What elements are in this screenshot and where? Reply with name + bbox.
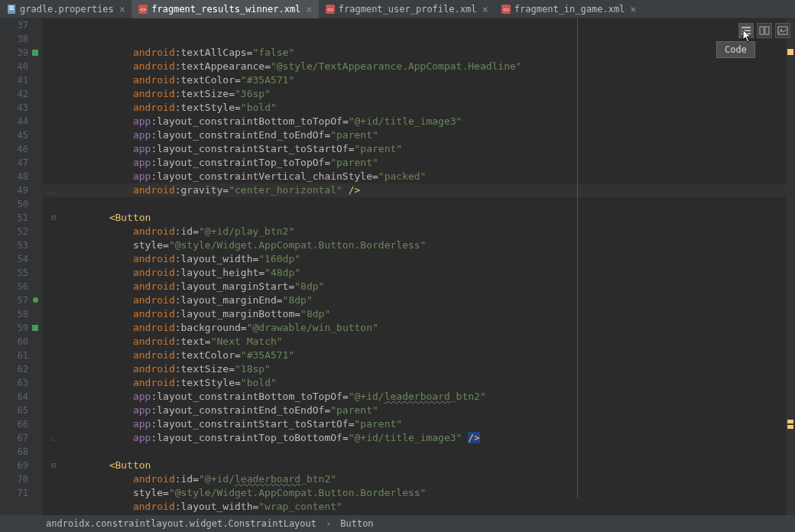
- line-number[interactable]: 44: [0, 115, 28, 128]
- line-number[interactable]: 56: [0, 280, 28, 294]
- design-view-button[interactable]: [775, 23, 790, 38]
- fold-open-icon[interactable]: ⊟: [51, 211, 56, 225]
- code-line[interactable]: app:layout_constraintEnd_toEndOf="parent…: [61, 404, 795, 417]
- code-line[interactable]: android:text="Next Match": [61, 335, 795, 349]
- gutter-marker[interactable]: [32, 50, 38, 56]
- line-number[interactable]: 51: [0, 211, 28, 225]
- xml-file-icon: <>: [501, 4, 511, 15]
- svg-rect-1: [9, 6, 14, 7]
- code-line[interactable]: android:id="@+id/play_btn2": [61, 225, 795, 238]
- code-line[interactable]: app:layout_constraintStart_toStartOf="pa…: [61, 142, 795, 156]
- line-number[interactable]: 60: [0, 335, 28, 349]
- editor-tab[interactable]: gradle.properties×: [0, 0, 131, 18]
- gutter-marker[interactable]: [33, 297, 38, 303]
- line-number[interactable]: 38: [0, 32, 28, 46]
- editor-tabs: gradle.properties×<>fragment_results_win…: [0, 0, 795, 18]
- code-line[interactable]: android:id="@+id/leaderboard_btn2": [61, 472, 795, 486]
- line-number[interactable]: 63: [0, 376, 28, 390]
- line-number[interactable]: 42: [0, 87, 28, 101]
- code-line[interactable]: android:textStyle="bold": [61, 376, 795, 390]
- cursor-icon: [742, 29, 753, 45]
- tab-label: fragment_results_winner.xml: [151, 4, 300, 15]
- line-number[interactable]: 65: [0, 404, 28, 417]
- line-number[interactable]: 57: [0, 294, 28, 307]
- code-line[interactable]: [61, 197, 795, 211]
- code-line[interactable]: style="@style/Widget.AppCompat.Button.Bo…: [61, 238, 795, 252]
- code-line[interactable]: app:layout_constraintStart_toStartOf="pa…: [61, 417, 795, 431]
- line-number[interactable]: 53: [0, 238, 28, 252]
- line-number[interactable]: 48: [0, 170, 28, 183]
- close-icon[interactable]: ×: [119, 3, 125, 15]
- line-number[interactable]: 71: [0, 486, 28, 500]
- line-number[interactable]: 67: [0, 431, 28, 445]
- line-number[interactable]: 43: [0, 101, 28, 115]
- code-line[interactable]: android:textAllCaps="false": [61, 46, 795, 60]
- line-number[interactable]: 55: [0, 266, 28, 280]
- breadcrumb-root[interactable]: androidx.constraintlayout.widget.Constra…: [46, 518, 316, 529]
- breadcrumb-leaf[interactable]: Button: [340, 518, 373, 529]
- line-number[interactable]: 50: [0, 197, 28, 211]
- code-line[interactable]: android:layout_width="160dp": [61, 252, 795, 266]
- line-number[interactable]: 62: [0, 362, 28, 376]
- line-number[interactable]: 39: [0, 46, 28, 60]
- code-line[interactable]: app:layout_constraintBottom_toTopOf="@+i…: [61, 390, 795, 404]
- code-line[interactable]: style="@style/Widget.AppCompat.Button.Bo…: [61, 486, 795, 500]
- code-line[interactable]: ⊟ <Button: [61, 211, 795, 225]
- code-line[interactable]: [61, 445, 795, 459]
- code-line[interactable]: app:layout_constraintBottom_toTopOf="@+i…: [61, 115, 795, 128]
- line-number[interactable]: 64: [0, 390, 28, 404]
- close-icon[interactable]: ×: [306, 3, 312, 15]
- code-line[interactable]: android:layout_marginStart="8dp": [61, 280, 795, 294]
- code-line[interactable]: android:textSize="18sp": [61, 362, 795, 376]
- code-line[interactable]: app:layout_constraintEnd_toEndOf="parent…: [61, 128, 795, 142]
- code-line[interactable]: android:textColor="#35A571": [61, 349, 795, 362]
- tab-label: fragment_user_profile.xml: [339, 4, 477, 15]
- line-number[interactable]: 41: [0, 73, 28, 87]
- fold-close-icon[interactable]: ⌞: [51, 431, 56, 445]
- line-number[interactable]: 46: [0, 142, 28, 156]
- line-number[interactable]: 52: [0, 225, 28, 238]
- code-line[interactable]: android:layout_marginBottom="8dp": [61, 307, 795, 321]
- line-number[interactable]: 54: [0, 252, 28, 266]
- xml-file-icon: <>: [138, 4, 148, 15]
- line-number[interactable]: 70: [0, 472, 28, 486]
- fold-open-icon[interactable]: ⊟: [51, 459, 56, 472]
- code-line[interactable]: android:layout_width="wrap_content": [61, 500, 795, 514]
- code-line[interactable]: android:textAppearance="@style/TextAppea…: [61, 60, 795, 73]
- code-line[interactable]: ⌞ android:gravity="center_horizontal" />: [61, 183, 795, 197]
- code-line[interactable]: android:textStyle="bold": [61, 101, 795, 115]
- code-line[interactable]: android:layout_marginEnd="8dp": [61, 294, 795, 307]
- editor-tab[interactable]: <>fragment_results_winner.xml×: [131, 0, 319, 18]
- svg-rect-3: [9, 9, 14, 10]
- code-line[interactable]: android:layout_height="48dp": [61, 266, 795, 280]
- code-line[interactable]: android:layout_height="42dp": [61, 514, 795, 515]
- close-icon[interactable]: ×: [630, 3, 636, 15]
- svg-text:<>: <>: [503, 7, 509, 12]
- line-number[interactable]: 37: [0, 18, 28, 32]
- line-number[interactable]: 40: [0, 60, 28, 73]
- line-number[interactable]: 58: [0, 307, 28, 321]
- editor-tab[interactable]: <>fragment_in_game.xml×: [495, 0, 643, 18]
- gutter-marker[interactable]: [32, 325, 38, 331]
- code-line[interactable]: app:layout_constraintVertical_chainStyle…: [61, 170, 795, 183]
- line-number[interactable]: 47: [0, 156, 28, 170]
- line-number[interactable]: 61: [0, 349, 28, 362]
- close-icon[interactable]: ×: [482, 3, 488, 15]
- line-number[interactable]: 66: [0, 417, 28, 431]
- line-number[interactable]: 68: [0, 445, 28, 459]
- fold-close-icon[interactable]: ⌞: [51, 183, 56, 197]
- editor-tab[interactable]: <>fragment_user_profile.xml×: [319, 0, 495, 18]
- code-line[interactable]: android:background="@drawable/win_button…: [61, 321, 795, 335]
- code-line[interactable]: app:layout_constraintTop_toTopOf="parent…: [61, 156, 795, 170]
- line-number[interactable]: 49: [0, 183, 28, 197]
- code-line[interactable]: ⌞ app:layout_constraintTop_toBottomOf="@…: [61, 431, 795, 445]
- code-line[interactable]: android:textSize="36sp": [61, 87, 795, 101]
- line-number[interactable]: 45: [0, 128, 28, 142]
- line-number[interactable]: 69: [0, 459, 28, 472]
- code-editor[interactable]: android:textAllCaps="false" android:text…: [42, 18, 795, 515]
- split-view-button[interactable]: [757, 23, 772, 38]
- svg-rect-2: [9, 8, 14, 8]
- line-number[interactable]: 59: [0, 321, 28, 335]
- code-line[interactable]: android:textColor="#35A571": [61, 73, 795, 87]
- code-line[interactable]: ⊟ <Button: [61, 459, 795, 472]
